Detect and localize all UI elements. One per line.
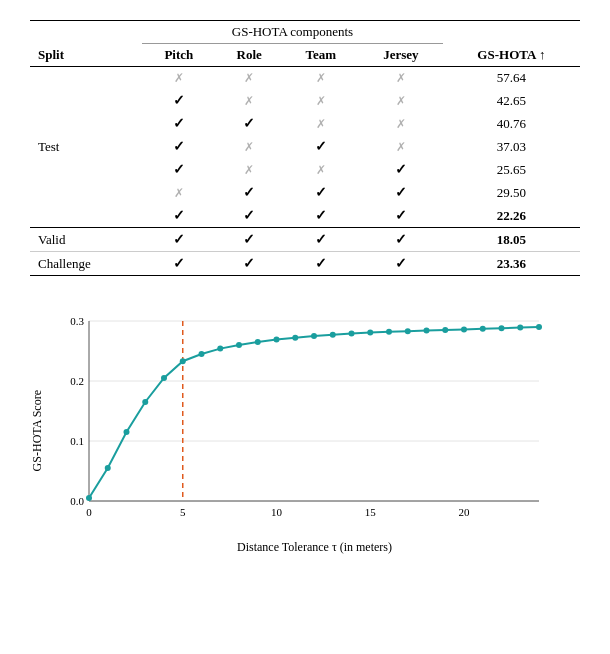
split-cell: [30, 89, 142, 112]
role-cell: ✗: [215, 158, 282, 181]
valid-value: 18.05: [443, 228, 580, 252]
gshota-header: GS-HOTA ↑: [443, 21, 580, 67]
jersey-cell: ✓: [359, 181, 443, 204]
jersey-cell: ✗: [359, 89, 443, 112]
components-group-header: GS-HOTA components: [142, 21, 443, 44]
challenge-value: 23.36: [443, 252, 580, 276]
valid-team: ✓: [283, 228, 359, 252]
pitch-cell: ✓: [142, 204, 215, 228]
jersey-cell: ✗: [359, 112, 443, 135]
team-cell: ✗: [283, 158, 359, 181]
jersey-header: Jersey: [359, 44, 443, 67]
split-cell: Test: [30, 135, 142, 158]
svg-point-22: [199, 351, 205, 357]
challenge-jersey: ✓: [359, 252, 443, 276]
chart-svg: 0.00.10.20.305101520: [49, 306, 559, 536]
svg-text:0.2: 0.2: [70, 375, 84, 387]
svg-point-39: [517, 325, 523, 331]
svg-point-19: [142, 399, 148, 405]
svg-text:0: 0: [86, 506, 92, 518]
pitch-header: Pitch: [142, 44, 215, 67]
challenge-split: Challenge: [30, 252, 142, 276]
svg-point-35: [442, 327, 448, 333]
svg-point-38: [499, 325, 505, 331]
svg-point-36: [461, 326, 467, 332]
pitch-cell: ✗: [142, 67, 215, 90]
role-header: Role: [215, 44, 282, 67]
valid-role: ✓: [215, 228, 282, 252]
svg-point-28: [311, 333, 317, 339]
svg-text:15: 15: [365, 506, 377, 518]
role-cell: ✗: [215, 89, 282, 112]
value-cell: 22.26: [443, 204, 580, 228]
svg-point-29: [330, 332, 336, 338]
svg-point-24: [236, 342, 242, 348]
jersey-cell: ✗: [359, 67, 443, 90]
team-cell: ✓: [283, 135, 359, 158]
valid-jersey: ✓: [359, 228, 443, 252]
pitch-cell: ✓: [142, 89, 215, 112]
svg-text:5: 5: [180, 506, 186, 518]
value-cell: 42.65: [443, 89, 580, 112]
team-cell: ✗: [283, 89, 359, 112]
split-cell: [30, 112, 142, 135]
pitch-cell: ✓: [142, 112, 215, 135]
main-table: Split GS-HOTA components GS-HOTA ↑ Pitch…: [30, 20, 580, 276]
split-header: Split: [30, 21, 142, 67]
svg-text:0.3: 0.3: [70, 315, 84, 327]
role-cell: ✓: [215, 112, 282, 135]
jersey-cell: ✓: [359, 204, 443, 228]
value-cell: 40.76: [443, 112, 580, 135]
chart-container: GS-HOTA Score 0.00.10.20.305101520 Dista…: [30, 306, 580, 555]
chart-inner: 0.00.10.20.305101520 Distance Tolerance …: [49, 306, 580, 555]
svg-point-33: [405, 328, 411, 334]
svg-point-27: [292, 335, 298, 341]
svg-text:20: 20: [459, 506, 471, 518]
pitch-cell: ✓: [142, 135, 215, 158]
team-header: Team: [283, 44, 359, 67]
split-cell: [30, 158, 142, 181]
svg-point-32: [386, 329, 392, 335]
svg-point-40: [536, 324, 542, 330]
svg-point-34: [424, 328, 430, 334]
role-cell: ✗: [215, 67, 282, 90]
jersey-cell: ✓: [359, 158, 443, 181]
valid-pitch: ✓: [142, 228, 215, 252]
svg-point-26: [274, 337, 280, 343]
svg-point-21: [180, 358, 186, 364]
svg-text:0.0: 0.0: [70, 495, 84, 507]
svg-point-17: [105, 465, 111, 471]
y-axis-label: GS-HOTA Score: [30, 390, 45, 471]
x-axis-label: Distance Tolerance τ (in meters): [49, 540, 580, 555]
challenge-team: ✓: [283, 252, 359, 276]
svg-point-20: [161, 375, 167, 381]
pitch-cell: ✗: [142, 181, 215, 204]
role-cell: ✗: [215, 135, 282, 158]
value-cell: 29.50: [443, 181, 580, 204]
valid-split: Valid: [30, 228, 142, 252]
svg-point-37: [480, 326, 486, 332]
value-cell: 25.65: [443, 158, 580, 181]
challenge-pitch: ✓: [142, 252, 215, 276]
split-cell: [30, 204, 142, 228]
role-cell: ✓: [215, 181, 282, 204]
svg-point-16: [86, 495, 92, 501]
value-cell: 37.03: [443, 135, 580, 158]
team-cell: ✓: [283, 181, 359, 204]
svg-text:0.1: 0.1: [70, 435, 84, 447]
svg-text:10: 10: [271, 506, 283, 518]
jersey-cell: ✗: [359, 135, 443, 158]
team-cell: ✓: [283, 204, 359, 228]
svg-point-18: [124, 429, 130, 435]
svg-point-25: [255, 339, 261, 345]
role-cell: ✓: [215, 204, 282, 228]
team-cell: ✗: [283, 67, 359, 90]
split-cell: [30, 67, 142, 90]
svg-point-30: [349, 331, 355, 337]
svg-point-23: [217, 346, 223, 352]
pitch-cell: ✓: [142, 158, 215, 181]
split-cell: [30, 181, 142, 204]
challenge-role: ✓: [215, 252, 282, 276]
value-cell: 57.64: [443, 67, 580, 90]
team-cell: ✗: [283, 112, 359, 135]
